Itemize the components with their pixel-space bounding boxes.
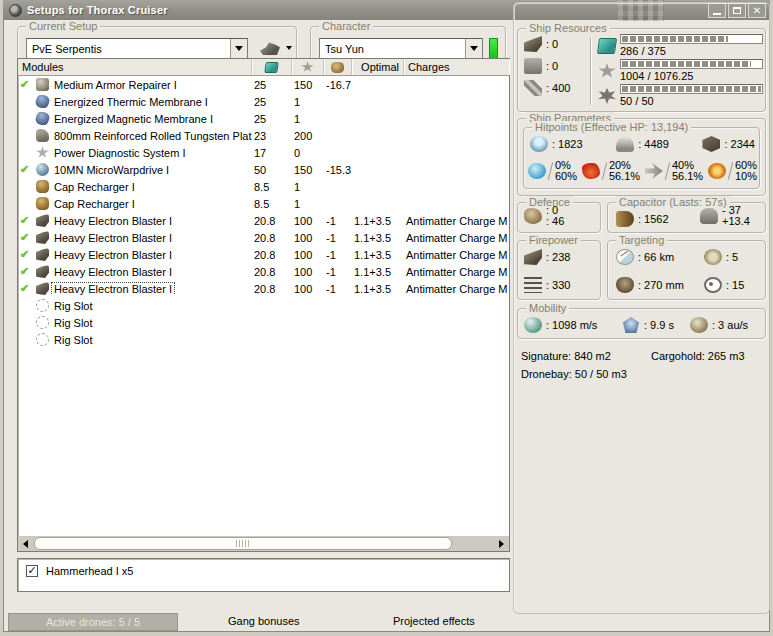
max-velocity-value: : 1098 m/s [546,319,597,331]
table-row[interactable]: Heavy Electron Blaster I 20.8 100 -1 1.1… [18,263,509,280]
dps-icon [524,249,542,265]
capacitor-icon [331,62,344,73]
character-select[interactable]: Tsu Yun [319,38,483,59]
warp-speed-value: : 3 au/s [712,319,748,331]
module-name: Rig Slot [52,317,95,329]
drone-item-label[interactable]: Hammerhead I x5 [46,565,133,577]
column-header-modules[interactable]: Modules [18,59,252,75]
tab-gang-bonuses[interactable]: Gang bonuses [228,615,300,627]
column-header-capacitor[interactable] [324,59,352,75]
table-row[interactable]: Energized Thermic Membrane I 25 1 [18,93,509,110]
table-row[interactable]: Energized Magnetic Membrane I 25 1 [18,110,509,127]
tab-projected-effects[interactable]: Projected effects [393,615,475,627]
powergrid-value: 100 [292,283,324,295]
mwd-icon [36,163,49,176]
resist-divider [602,162,607,180]
pds-icon [36,146,49,159]
rig-icon [36,316,49,329]
character-select-arrow[interactable] [465,39,482,58]
column-header-charges[interactable]: Charges [404,59,509,75]
table-row[interactable]: Heavy Electron Blaster I 20.8 100 -1 1.1… [18,280,509,297]
cpu-value: 50 [252,164,292,176]
table-row[interactable]: Heavy Electron Blaster I 20.8 100 -1 1.1… [18,229,509,246]
slot-stat: : 0 [524,58,588,74]
slot-stat-value: : 400 [546,82,570,94]
fitted-check-icon [20,163,33,176]
table-row[interactable]: 800mm Reinforced Rolled Tungsten Plat...… [18,127,509,144]
module-name: Heavy Electron Blaster I [52,249,174,261]
column-header-cpu[interactable] [252,59,292,75]
module-table: Modules Optimal Charges Medium Armor Rep… [17,58,510,552]
table-row[interactable]: Heavy Electron Blaster I 20.8 100 -1 1.1… [18,212,509,229]
cpu-value: 8.5 [252,181,292,193]
resource-bar-text: 286 / 375 [620,45,763,57]
armor-resist-value: 56.1% [609,171,640,182]
membrane-icon [34,95,51,108]
charges-value: Antimatter Charge M [404,232,509,244]
sensor-strength-value: : 15 [726,279,744,291]
blaster-icon [36,282,49,295]
armor-resist-value: 60% [555,171,577,182]
cpu-value: 20.8 [252,215,292,227]
powergrid-icon [598,63,616,79]
drone-checkbox[interactable] [26,565,38,577]
ship-resources-label: Ship Resources [526,22,610,34]
module-name: Heavy Electron Blaster I [52,266,174,278]
fitted-check-icon [20,333,33,346]
charges-value: Antimatter Charge M [404,249,509,261]
capacitor-recharge-value: +13.4 [722,216,750,227]
optimal-value: 1.1+3.5 [352,283,404,295]
cpu-icon [264,62,279,73]
window-title: Setups for Thorax Cruiser [27,4,168,16]
character-label: Character [319,20,373,32]
powergrid-value: 1 [292,181,324,193]
table-row[interactable]: Medium Armor Repairer I 25 150 -16.7 [18,76,509,93]
max-targets-value: : 5 [726,251,738,263]
resource-bar-row: 50 / 50 [598,84,759,107]
hitpoint-stat: : 1823 [530,136,583,152]
resist-divider [548,162,553,180]
module-name: Heavy Electron Blaster I [52,215,174,227]
ship-menu-button[interactable] [256,39,296,57]
table-row[interactable]: 10MN MicroWarpdrive I 50 150 -15.3 [18,161,509,178]
hitpoint-value: : 4489 [638,138,669,150]
drone-list: Hammerhead I x5 [17,558,510,592]
cargohold-value: Cargohold: 265 m3 [651,350,745,362]
shield-icon [530,136,548,152]
setup-select[interactable]: PvE Serpentis [26,38,248,59]
powergrid-value: 150 [292,79,324,91]
capacitor-value: -1 [324,249,352,261]
table-row[interactable]: Cap Recharger I 8.5 1 [18,178,509,195]
setup-select-value: PvE Serpentis [27,43,230,55]
column-header-powergrid[interactable] [292,59,324,75]
table-row[interactable]: Cap Recharger I 8.5 1 [18,195,509,212]
resist-stat: 0% 60% [528,160,577,182]
table-row[interactable]: Power Diagnostic System I 17 0 [18,144,509,161]
optimal-value: 1.1+3.5 [352,215,404,227]
table-row[interactable]: Heavy Electron Blaster I 20.8 100 -1 1.1… [18,246,509,263]
resources-divider [590,37,592,105]
cpu-value: 17 [252,147,292,159]
cpu-value: 25 [252,79,292,91]
table-header: Modules Optimal Charges [18,59,509,76]
scan-resolution-value: : 270 mm [638,279,684,291]
table-row[interactable]: Rig Slot [18,314,509,331]
fitted-check-icon [20,316,33,329]
table-row[interactable]: Rig Slot [18,331,509,348]
column-header-optimal[interactable]: Optimal [352,59,404,75]
resist-values: 0% 60% 20% 56.1% 40% 56.1% 60% 10% [528,160,757,182]
module-name: Cap Recharger I [52,181,137,193]
fitted-check-icon [20,214,33,227]
tab-active-drones[interactable]: Active drones: 5 / 5 [8,613,178,631]
resource-bar [620,34,763,44]
scroll-left-button[interactable] [18,536,33,551]
targeting-range-icon [616,249,634,265]
resist-stat: 20% 56.1% [582,160,640,182]
scroll-right-button[interactable] [494,536,509,551]
turret-icon [524,36,542,52]
setup-select-arrow[interactable] [230,39,247,58]
align-time-icon [622,317,640,333]
table-row[interactable]: Rig Slot [18,297,509,314]
horizontal-scrollbar[interactable] [18,536,509,551]
scrollbar-thumb[interactable] [34,537,452,550]
